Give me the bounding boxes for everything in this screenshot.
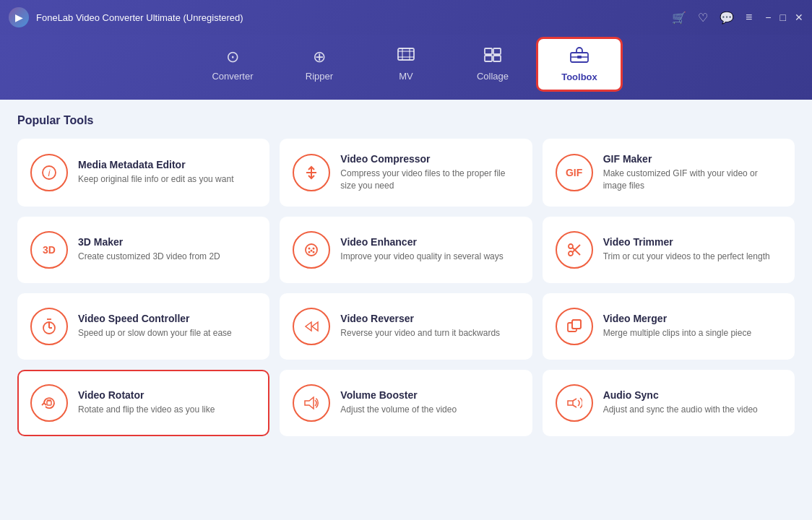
tool-name-video-enhancer: Video Enhancer [340,236,503,248]
toolbox-icon [570,47,589,67]
tool-card-volume-booster[interactable]: Volume Booster Adjust the volume of the … [280,370,532,436]
tool-card-video-enhancer[interactable]: Video Enhancer Improve your video qualit… [280,217,532,283]
tool-card-video-merger[interactable]: Video Merger Merge multiple clips into a… [543,293,795,360]
minimize-button[interactable]: − [765,12,771,23]
tool-icon-video-enhancer [293,231,330,269]
svg-point-19 [308,251,311,253]
tool-card-video-speed-controller[interactable]: Video Speed Controller Speed up or slow … [17,293,269,360]
toolbox-label: Toolbox [561,72,597,82]
svg-point-23 [569,244,573,248]
chat-icon[interactable]: 💬 [720,11,734,25]
tool-icon-video-speed-controller [30,308,68,345]
tool-info-video-enhancer: Video Enhancer Improve your video qualit… [340,236,503,263]
converter-icon: ⊙ [226,48,239,66]
tool-info-audio-sync: Audio Sync Adjust and sync the audio wit… [603,389,758,416]
svg-text:i: i [48,168,51,178]
tool-icon-video-merger [556,308,593,345]
svg-marker-37 [568,401,573,405]
nav-item-toolbox[interactable]: Toolbox [536,37,623,92]
svg-point-22 [569,251,573,256]
nav-bar: ⊙ Converter ⊕ Ripper MV Collage [0,35,812,100]
svg-rect-0 [398,48,414,60]
svg-point-20 [313,251,315,253]
svg-marker-36 [305,397,314,409]
tool-info-video-speed-controller: Video Speed Controller Speed up or slow … [78,313,232,339]
svg-rect-11 [577,56,582,58]
svg-rect-33 [572,320,581,329]
tool-desc-video-enhancer: Improve your video quality in several wa… [340,251,503,263]
ripper-icon: ⊕ [313,48,326,66]
tool-name-volume-booster: Volume Booster [340,389,457,401]
mv-icon [397,48,415,66]
close-button[interactable]: ✕ [795,12,803,23]
tool-name-3d-maker: 3D Maker [78,236,220,248]
tool-name-audio-sync: Audio Sync [603,389,758,401]
tool-icon-volume-booster [293,384,330,422]
tool-name-video-compressor: Video Compressor [340,153,519,165]
title-bar: ▶ FoneLab Video Converter Ultimate (Unre… [0,0,812,35]
nav-item-mv[interactable]: MV [363,37,449,92]
mv-label: MV [399,71,413,82]
nav-item-collage[interactable]: Collage [449,37,536,92]
tool-name-video-merger: Video Merger [603,313,751,324]
tool-icon-3d-maker: 3D [30,231,68,269]
svg-point-17 [308,247,311,249]
tool-icon-video-trimmer [556,231,593,269]
svg-marker-31 [312,322,318,331]
nav-item-converter[interactable]: ⊙ Converter [189,37,276,92]
tool-info-video-reverser: Video Reverser Reverse your video and tu… [340,313,500,339]
tool-name-video-trimmer: Video Trimmer [603,236,770,248]
nav-item-ripper[interactable]: ⊕ Ripper [276,37,363,92]
tools-grid: i Media Metadata Editor Keep original fi… [17,139,795,436]
user-icon[interactable]: ♡ [698,11,708,25]
tool-icon-video-compressor [293,154,330,191]
tool-card-3d-maker[interactable]: 3D 3D Maker Create customized 3D video f… [17,217,269,283]
collage-icon [484,48,501,66]
tool-info-video-trimmer: Video Trimmer Trim or cut your videos to… [603,236,770,263]
tool-card-video-reverser[interactable]: Video Reverser Reverse your video and tu… [280,293,532,360]
tool-desc-video-trimmer: Trim or cut your videos to the perfect l… [603,251,770,263]
cart-icon[interactable]: 🛒 [672,11,686,25]
logo-icon: ▶ [15,12,23,23]
svg-line-39 [573,405,576,407]
tool-icon-gif-maker: GIF [556,154,593,191]
tool-info-video-rotator: Video Rotator Rotate and flip the video … [78,389,215,416]
svg-rect-8 [493,56,501,61]
svg-rect-5 [485,48,492,54]
app-logo: ▶ [9,7,29,27]
tool-info-video-merger: Video Merger Merge multiple clips into a… [603,313,751,339]
tool-card-video-rotator[interactable]: Video Rotator Rotate and flip the video … [17,370,269,436]
tool-icon-video-reverser [293,308,330,345]
tool-name-media-metadata-editor: Media Metadata Editor [78,159,233,170]
menu-icon[interactable]: ≡ [746,11,752,24]
section-title: Popular Tools [17,114,795,127]
tool-card-audio-sync[interactable]: Audio Sync Adjust and sync the audio wit… [543,370,795,436]
tool-icon-media-metadata-editor: i [30,154,68,191]
tool-card-video-compressor[interactable]: Video Compressor Compress your video fil… [280,139,532,207]
tool-name-video-speed-controller: Video Speed Controller [78,313,232,324]
main-content: Popular Tools i Media Metadata Editor Ke… [0,100,812,520]
maximize-button[interactable]: □ [780,12,786,23]
tool-card-gif-maker[interactable]: GIF GIF Maker Make customized GIF with y… [543,139,795,207]
tool-name-video-rotator: Video Rotator [78,389,215,401]
tool-desc-3d-maker: Create customized 3D video from 2D [78,251,220,263]
tool-desc-volume-booster: Adjust the volume of the video [340,404,457,416]
tool-name-gif-maker: GIF Maker [603,153,782,165]
svg-point-18 [313,247,315,249]
title-bar-actions: 🛒 ♡ 💬 ≡ [672,11,752,25]
tool-info-video-compressor: Video Compressor Compress your video fil… [340,153,519,192]
window-controls: − □ ✕ [765,12,803,23]
tool-desc-media-metadata-editor: Keep original file info or edit as you w… [78,173,233,186]
svg-point-21 [311,249,313,251]
tool-card-video-trimmer[interactable]: Video Trimmer Trim or cut your videos to… [543,217,795,283]
tool-desc-video-compressor: Compress your video files to the proper … [340,168,519,192]
converter-label: Converter [212,71,253,82]
tool-name-video-reverser: Video Reverser [340,313,500,324]
svg-rect-6 [493,48,501,54]
tool-desc-gif-maker: Make customized GIF with your video or i… [603,168,782,192]
tool-card-media-metadata-editor[interactable]: i Media Metadata Editor Keep original fi… [17,139,269,207]
tool-icon-video-rotator [30,384,68,422]
svg-marker-30 [306,322,311,331]
ripper-label: Ripper [306,71,333,82]
tool-desc-audio-sync: Adjust and sync the audio with the video [603,404,758,416]
